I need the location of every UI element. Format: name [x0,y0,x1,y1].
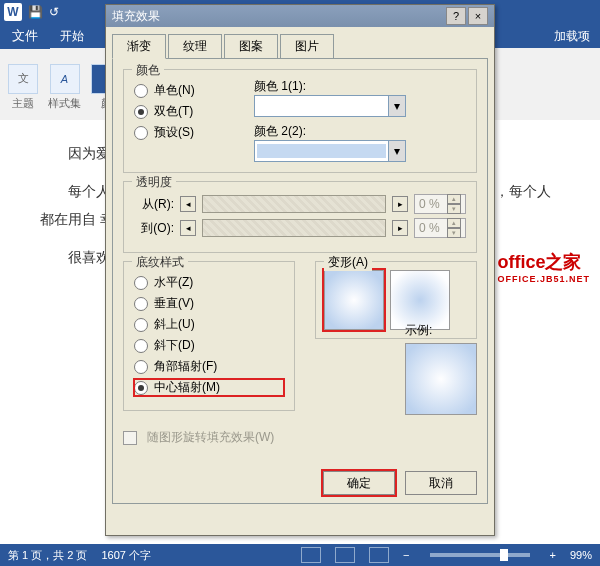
transparency-legend: 透明度 [132,174,176,191]
view-read-icon[interactable] [301,547,321,563]
example-group: 示例: [405,322,477,415]
zoom-in-button[interactable]: + [550,549,556,561]
from-percent[interactable]: 0 %▴▾ [414,194,466,214]
radio-horizontal[interactable] [134,276,148,290]
tab-home[interactable]: 开始 [50,24,94,49]
dialog-title: 填充效果 [112,8,160,25]
ok-button[interactable]: 确定 [323,471,395,495]
variant-1[interactable] [324,270,384,330]
from-left-icon[interactable]: ◂ [180,196,196,212]
dialog-tabs: 渐变 纹理 图案 图片 [106,27,494,58]
radio-one-color[interactable] [134,84,148,98]
page-indicator[interactable]: 第 1 页，共 2 页 [8,548,87,563]
colors-group: 颜色 单色(N) 双色(T) 预设(S) 颜色 1(1): ▾ 颜色 2(2):… [123,69,477,173]
qat-undo-icon[interactable]: ↺ [49,5,59,19]
dialog-body: 颜色 单色(N) 双色(T) 预设(S) 颜色 1(1): ▾ 颜色 2(2):… [112,58,488,504]
to-percent[interactable]: 0 %▴▾ [414,218,466,238]
example-label: 示例: [405,322,477,339]
tab-gradient[interactable]: 渐变 [112,34,166,59]
chevron-down-icon: ▾ [388,141,405,161]
radio-two-color[interactable] [134,105,148,119]
dialog-titlebar[interactable]: 填充效果 ? × [106,5,494,27]
zoom-slider[interactable] [430,553,530,557]
rotate-checkbox [123,431,137,445]
radio-preset[interactable] [134,126,148,140]
fill-effects-dialog: 填充效果 ? × 渐变 纹理 图案 图片 颜色 单色(N) 双色(T) 预设(S… [105,4,495,536]
color1-label: 颜色 1(1): [254,78,466,95]
zoom-out-button[interactable]: − [403,549,409,561]
ribbon-styleset[interactable]: A样式集 [48,52,81,122]
radio-from-center[interactable] [134,381,148,395]
color2-select[interactable]: ▾ [254,140,406,162]
zoom-level[interactable]: 99% [570,549,592,561]
shading-legend: 底纹样式 [132,254,188,271]
rotate-checkbox-row: 随图形旋转填充效果(W) [123,429,477,446]
from-right-icon[interactable]: ▸ [392,196,408,212]
watermark: office之家OFFICE.JB51.NET [497,250,590,284]
view-print-icon[interactable] [335,547,355,563]
colors-legend: 颜色 [132,62,164,79]
app-icon: W [4,3,22,21]
to-slider[interactable] [202,219,386,237]
word-count[interactable]: 1607 个字 [101,548,151,563]
radio-diag-down[interactable] [134,339,148,353]
radio-diag-up[interactable] [134,318,148,332]
chevron-down-icon: ▾ [388,96,405,116]
tab-picture[interactable]: 图片 [280,34,334,59]
variants-legend: 变形(A) [324,254,372,271]
transparency-group: 透明度 从(R): ◂ ▸ 0 %▴▾ 到(O): ◂ ▸ 0 %▴▾ [123,181,477,253]
tab-addins[interactable]: 加载项 [544,24,600,49]
close-button[interactable]: × [468,7,488,25]
color2-label: 颜色 2(2): [254,123,466,140]
variant-2[interactable] [390,270,450,330]
file-tab[interactable]: 文件 [0,23,50,49]
view-web-icon[interactable] [369,547,389,563]
qat-save-icon[interactable]: 💾 [28,5,43,19]
color1-select[interactable]: ▾ [254,95,406,117]
to-left-icon[interactable]: ◂ [180,220,196,236]
to-right-icon[interactable]: ▸ [392,220,408,236]
radio-vertical[interactable] [134,297,148,311]
tab-texture[interactable]: 纹理 [168,34,222,59]
help-button[interactable]: ? [446,7,466,25]
status-bar: 第 1 页，共 2 页 1607 个字 − + 99% [0,544,600,566]
example-preview [405,343,477,415]
ribbon-theme[interactable]: 文主题 [8,52,38,122]
tab-pattern[interactable]: 图案 [224,34,278,59]
cancel-button[interactable]: 取消 [405,471,477,495]
from-slider[interactable] [202,195,386,213]
radio-from-corner[interactable] [134,360,148,374]
shading-group: 底纹样式 水平(Z) 垂直(V) 斜上(U) 斜下(D) 角部辐射(F) 中心辐… [123,261,295,411]
